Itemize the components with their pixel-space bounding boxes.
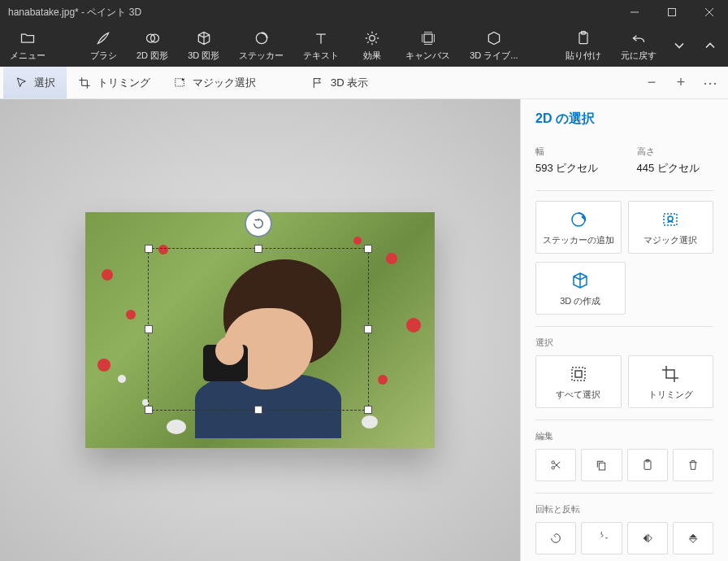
delete-button[interactable] <box>673 449 713 481</box>
flip-v-icon <box>687 532 700 545</box>
titlebar: hanabatake.jpg* - ペイント 3D <box>0 0 728 24</box>
trash-icon <box>687 459 700 472</box>
resize-handle-tl[interactable] <box>145 245 153 253</box>
resize-handle-ml[interactable] <box>145 325 153 333</box>
crop-icon <box>661 364 680 384</box>
select-all-button[interactable]: すべて選択 <box>535 355 622 408</box>
zoom-in-button[interactable]: + <box>666 74 696 91</box>
library-3d-tab[interactable]: 3D ライブ... <box>460 24 527 67</box>
rotate-left-button[interactable] <box>535 522 576 554</box>
zoom-out-button[interactable]: − <box>637 74 666 91</box>
select-section-label: 選択 <box>535 337 713 349</box>
sun-icon <box>364 30 380 46</box>
rotate-section-label: 回転と反転 <box>535 503 713 515</box>
ribbon: メニュー ブラシ 2D 図形 3D 図形 ステッカー テキスト 効果 キャンバス… <box>0 24 728 67</box>
maximize-button[interactable] <box>653 0 691 24</box>
undo-dropdown[interactable] <box>666 24 692 67</box>
view-3d-tool[interactable]: 3D 表示 <box>300 67 379 98</box>
chevron-up-icon <box>702 37 718 54</box>
scissors-icon <box>549 459 562 472</box>
sub-toolbar: 選択 トリミング マジック選択 3D 表示 − + ⋯ <box>0 67 728 99</box>
text-icon <box>313 30 329 46</box>
cut-button[interactable] <box>535 449 576 481</box>
flip-horizontal-button[interactable] <box>627 522 668 554</box>
resize-handle-tr[interactable] <box>364 245 372 253</box>
resize-handle-tm[interactable] <box>254 245 262 253</box>
magic-icon <box>173 76 186 89</box>
flip-h-icon <box>641 532 654 545</box>
svg-line-14 <box>367 41 369 43</box>
menu-button[interactable]: メニュー <box>0 24 55 67</box>
workspace: 2D の選択 幅 593 ピクセル 高さ 445 ピクセル ステッカーの追加 マ… <box>0 99 728 561</box>
flip-vertical-button[interactable] <box>673 522 713 554</box>
svg-rect-1 <box>669 9 676 16</box>
rotate-icon <box>252 217 265 230</box>
shapes-3d-tab[interactable]: 3D 図形 <box>178 24 229 67</box>
svg-line-32 <box>554 463 560 468</box>
sticker-add-icon <box>569 210 588 229</box>
svg-line-12 <box>367 33 369 35</box>
more-options-button[interactable]: ⋯ <box>696 74 725 92</box>
resize-handle-br[interactable] <box>364 406 372 414</box>
svg-line-33 <box>554 462 560 468</box>
shapes-2d-icon <box>145 30 161 46</box>
crop-button[interactable]: トリミング <box>628 355 714 408</box>
flag-icon <box>311 76 324 89</box>
window-title: hanabatake.jpg* - ペイント 3D <box>8 6 616 20</box>
text-tab[interactable]: テキスト <box>293 24 349 67</box>
collapse-ribbon-button[interactable] <box>692 24 728 67</box>
make-3d-button[interactable]: 3D の作成 <box>535 262 626 315</box>
width-value: 593 ピクセル <box>535 161 613 176</box>
select-tool[interactable]: 選択 <box>3 67 67 98</box>
paste-button[interactable]: 貼り付け <box>556 24 611 67</box>
rotate-handle[interactable] <box>245 210 272 237</box>
crop-tool[interactable]: トリミング <box>67 67 162 98</box>
paste-icon <box>575 30 592 46</box>
sticker-icon <box>254 30 270 46</box>
svg-point-27 <box>668 216 673 221</box>
magic-select-button[interactable]: マジック選択 <box>628 201 714 254</box>
height-value: 445 ピクセル <box>637 161 714 176</box>
svg-rect-28 <box>572 367 585 381</box>
edit-section-label: 編集 <box>535 430 713 442</box>
library-icon <box>486 30 502 46</box>
selection-marquee[interactable] <box>148 248 369 411</box>
select-all-icon <box>569 364 588 384</box>
folder-icon <box>20 30 36 46</box>
cube-3d-icon <box>570 271 590 290</box>
resize-handle-bl[interactable] <box>145 406 153 414</box>
brush-icon <box>95 30 111 46</box>
undo-button[interactable]: 元に戻す <box>611 24 666 67</box>
add-sticker-button[interactable]: ステッカーの追加 <box>535 201 622 254</box>
rotate-right-button[interactable] <box>581 522 622 554</box>
copy-button[interactable] <box>581 449 622 481</box>
close-button[interactable] <box>691 0 728 24</box>
effect-tab[interactable]: 効果 <box>349 24 396 67</box>
canvas-tab[interactable]: キャンバス <box>396 24 460 67</box>
canvas-area[interactable] <box>0 99 520 561</box>
brush-tab[interactable]: ブラシ <box>80 24 127 67</box>
cursor-icon <box>15 76 28 89</box>
resize-handle-bm[interactable] <box>254 406 262 414</box>
sticker-tab[interactable]: ステッカー <box>229 24 293 67</box>
minimize-button[interactable] <box>616 0 653 24</box>
copy-icon <box>595 459 608 472</box>
magic-select-icon <box>661 210 680 229</box>
window-controls <box>616 0 728 24</box>
crop-icon <box>78 76 91 89</box>
canvas-image[interactable] <box>85 212 435 448</box>
side-panel: 2D の選択 幅 593 ピクセル 高さ 445 ピクセル ステッカーの追加 マ… <box>520 99 728 561</box>
chevron-down-icon <box>671 37 687 54</box>
shapes-2d-tab[interactable]: 2D 図形 <box>127 24 178 67</box>
rotate-right-icon <box>595 532 608 545</box>
svg-rect-16 <box>424 34 432 42</box>
magic-select-tool[interactable]: マジック選択 <box>162 67 267 98</box>
resize-handle-mr[interactable] <box>364 325 372 333</box>
svg-point-24 <box>182 78 184 80</box>
width-label: 幅 <box>535 146 613 158</box>
svg-line-13 <box>375 41 377 43</box>
height-label: 高さ <box>637 146 714 158</box>
paste-button-panel[interactable] <box>627 449 668 481</box>
cube-icon <box>196 30 212 46</box>
svg-rect-29 <box>575 371 582 377</box>
